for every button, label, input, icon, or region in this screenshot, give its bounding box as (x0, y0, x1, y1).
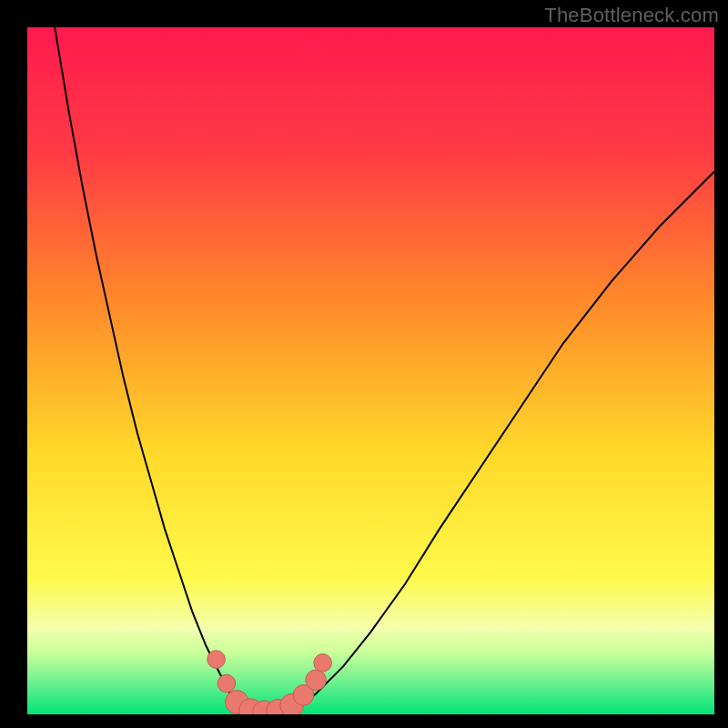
curve-marker (207, 651, 226, 669)
curve-marker (306, 670, 327, 691)
watermark-text: TheBottleneck.com (544, 4, 719, 27)
curve-marker (217, 674, 236, 693)
chart-frame: TheBottleneck.com (0, 0, 728, 728)
chart-background (27, 27, 714, 714)
chart-plot-area (27, 27, 714, 714)
curve-marker (314, 654, 332, 672)
chart-svg (27, 27, 714, 714)
